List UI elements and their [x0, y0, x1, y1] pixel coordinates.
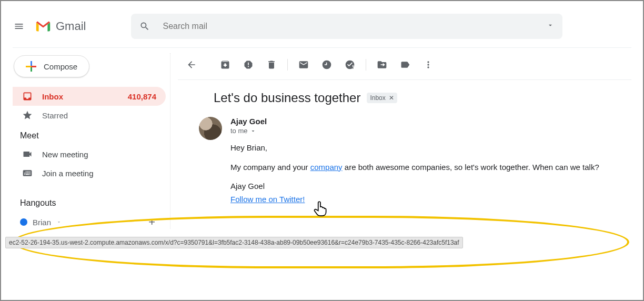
hangouts-add-button[interactable]: +: [148, 215, 166, 229]
meet-section-title: Meet: [13, 125, 166, 145]
trash-icon: [266, 59, 277, 70]
label-icon: [400, 59, 410, 70]
archive-icon: [220, 59, 230, 70]
task-add-icon: [345, 59, 355, 70]
search-bar[interactable]: [131, 14, 562, 39]
more-vert-icon: [423, 59, 434, 70]
labels-button[interactable]: [396, 55, 415, 74]
sidebar-item-inbox[interactable]: Inbox 410,874: [13, 87, 166, 106]
caret-down-icon: [547, 22, 554, 29]
snooze-button[interactable]: [317, 55, 336, 74]
inbox-count: 410,874: [128, 92, 159, 101]
join-meeting-label: Join a meeting: [42, 169, 94, 178]
sender-name: Ajay Goel: [230, 117, 599, 126]
folder-move-icon: [377, 59, 387, 70]
compose-button[interactable]: Compose: [14, 55, 89, 77]
sender-avatar[interactable]: [199, 117, 222, 140]
inbox-icon: [22, 91, 33, 102]
message-subject: Let's do business together: [214, 91, 360, 105]
app-name: Gmail: [56, 19, 86, 33]
signature-name: Ajay Goel: [230, 180, 599, 193]
add-to-tasks-button[interactable]: [340, 55, 359, 74]
label-chip-text: Inbox: [370, 94, 385, 102]
compose-label: Compose: [44, 62, 77, 71]
delete-button[interactable]: [262, 55, 281, 74]
search-icon: [139, 21, 150, 32]
hangouts-user-name: Brian: [33, 218, 51, 227]
report-spam-button[interactable]: [239, 55, 258, 74]
caret-down-icon: [250, 128, 256, 134]
sidebar-item-starred[interactable]: Starred: [13, 106, 166, 125]
back-button[interactable]: [182, 55, 201, 74]
signature-twitter-link[interactable]: Follow me on Twitter!: [230, 195, 305, 204]
search-options-button[interactable]: [547, 22, 554, 31]
presence-dot-icon: [20, 218, 27, 226]
keyboard-icon: [22, 168, 33, 178]
hangouts-section-title: Hangouts: [13, 192, 166, 212]
link-url-preview: ec2-52-26-194-35.us-west-2.compute.amazo…: [5, 237, 463, 248]
menu-button[interactable]: [13, 20, 25, 33]
star-icon: [22, 110, 33, 121]
video-icon: [22, 149, 33, 159]
sidebar-item-label: Inbox: [42, 92, 63, 101]
subject-label-chip[interactable]: Inbox ✕: [367, 93, 397, 103]
new-meeting-label: New meeting: [42, 150, 88, 159]
message-body: Hey Brian, My company and your company a…: [230, 142, 599, 205]
new-meeting-button[interactable]: New meeting: [13, 145, 166, 164]
sidebar-item-label: Starred: [42, 111, 68, 120]
mark-unread-button[interactable]: [294, 55, 313, 74]
arrow-left-icon: [186, 59, 197, 70]
recipient-line[interactable]: to me: [230, 127, 599, 135]
move-to-button[interactable]: [373, 55, 391, 74]
company-link[interactable]: company: [310, 163, 343, 172]
mail-unread-icon: [298, 59, 309, 70]
to-line-text: to me: [230, 127, 248, 135]
hangouts-user-row[interactable]: Brian +: [13, 212, 166, 229]
more-button[interactable]: [419, 55, 438, 74]
hamburger-icon: [14, 21, 24, 32]
remove-label-button[interactable]: ✕: [389, 94, 394, 102]
body-line2: My company and your company are both awe…: [230, 162, 599, 174]
plus-icon: [26, 61, 36, 72]
caret-down-icon: [56, 219, 62, 225]
join-meeting-button[interactable]: Join a meeting: [13, 164, 166, 183]
report-icon: [243, 59, 254, 70]
search-input[interactable]: [163, 22, 534, 31]
gmail-logo: Gmail: [35, 19, 86, 33]
body-greeting: Hey Brian,: [230, 142, 599, 154]
clock-icon: [321, 59, 332, 70]
gmail-icon: [35, 20, 52, 33]
message-toolbar: [178, 53, 631, 80]
archive-button[interactable]: [216, 55, 235, 74]
